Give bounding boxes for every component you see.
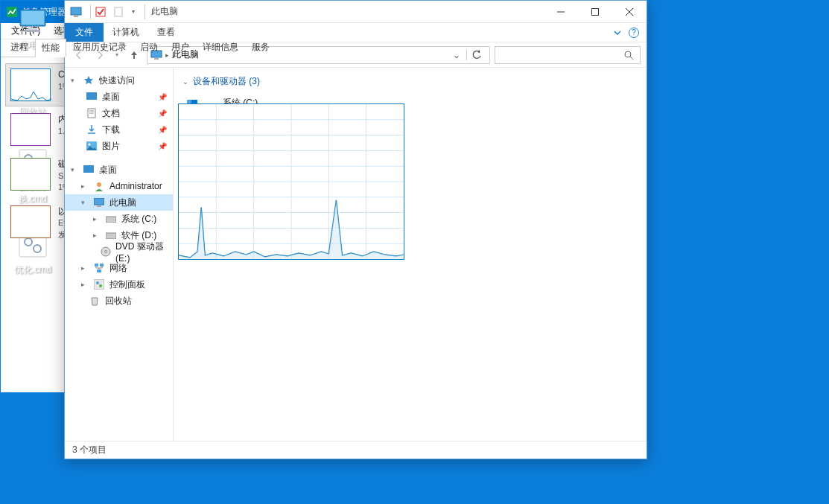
ethernet-mini-graph — [10, 205, 51, 238]
nav-desktop-root[interactable]: ▾桌面 — [65, 162, 173, 178]
svg-rect-31 — [94, 198, 104, 205]
svg-rect-20 — [154, 58, 159, 60]
svg-line-22 — [630, 57, 633, 60]
pin-icon: 📌 — [158, 142, 167, 150]
window-title: 此电脑 — [151, 5, 178, 18]
svg-point-21 — [625, 51, 631, 57]
search-box[interactable] — [495, 46, 641, 64]
dvd-icon — [101, 246, 111, 258]
close-button[interactable] — [612, 1, 647, 23]
tab-performance[interactable]: 性能 — [35, 39, 66, 57]
cpu-mini-graph — [10, 68, 51, 101]
help-icon[interactable]: ? — [629, 28, 639, 38]
user-icon — [93, 180, 105, 192]
svg-rect-32 — [97, 205, 101, 207]
nav-pictures[interactable]: 图片📌 — [65, 138, 173, 154]
svg-rect-23 — [86, 92, 97, 100]
explorer-icon — [69, 5, 83, 19]
svg-rect-1 — [22, 11, 44, 25]
maximize-button[interactable] — [578, 1, 612, 23]
desktop-icon — [86, 91, 98, 103]
svg-rect-12 — [74, 16, 78, 17]
nav-desktop[interactable]: 桌面📌 — [65, 89, 173, 105]
search-icon — [623, 50, 634, 60]
svg-rect-3 — [25, 30, 40, 32]
document-icon — [86, 107, 98, 119]
pin-icon: 📌 — [158, 93, 167, 101]
nav-drive-c[interactable]: ▸系统 (C:) — [65, 211, 173, 227]
nav-downloads[interactable]: 下载📌 — [65, 121, 173, 138]
svg-rect-33 — [106, 217, 116, 223]
svg-point-28 — [89, 144, 91, 146]
tab-processes[interactable]: 进程 — [4, 38, 35, 57]
svg-rect-38 — [100, 264, 104, 267]
refresh-button[interactable] — [466, 50, 486, 60]
svg-point-36 — [105, 251, 107, 253]
computer-icon — [18, 6, 48, 36]
pin-icon: 📌 — [158, 109, 167, 118]
minimize-button[interactable] — [544, 1, 578, 23]
svg-rect-37 — [95, 264, 98, 267]
tab-apphistory[interactable]: 应用历史记录 — [66, 38, 133, 57]
svg-rect-16 — [592, 8, 599, 15]
nav-drive-dvd[interactable]: DVD 驱动器 (E:) — [65, 243, 173, 260]
nav-user[interactable]: ▸Administrator — [65, 178, 173, 194]
tab-services[interactable]: 服务 — [245, 38, 276, 57]
desktop-icon — [83, 164, 95, 176]
svg-rect-29 — [83, 165, 94, 173]
status-bar: 3 个项目 — [65, 441, 647, 459]
tab-users[interactable]: 用户 — [165, 38, 196, 57]
svg-rect-34 — [106, 233, 116, 239]
svg-rect-11 — [71, 7, 81, 15]
nav-control-panel[interactable]: ▸控制面板 — [65, 276, 173, 293]
svg-point-41 — [96, 281, 99, 284]
tab-startup[interactable]: 启动 — [133, 38, 165, 57]
pin-icon: 📌 — [158, 126, 167, 134]
nav-quick-access[interactable]: ▾快速访问 — [65, 72, 173, 89]
nav-documents[interactable]: 文档📌 — [65, 105, 173, 121]
recycle-icon — [89, 295, 101, 307]
svg-rect-14 — [115, 7, 122, 16]
ribbon-expand[interactable]: ? — [606, 23, 647, 42]
picture-icon — [86, 140, 98, 152]
drive-icon — [105, 213, 117, 225]
file-icon[interactable] — [112, 5, 125, 19]
memory-mini-graph — [10, 113, 51, 146]
svg-rect-40 — [94, 279, 104, 290]
network-icon — [93, 262, 105, 274]
download-icon — [86, 124, 98, 135]
svg-rect-2 — [28, 28, 37, 30]
disk-mini-graph — [10, 158, 51, 191]
computer-icon — [93, 197, 105, 208]
nav-pane: ▾快速访问 桌面📌 文档📌 下载📌 图片📌 ▾桌面 ▸Administrator… — [65, 68, 174, 441]
svg-point-30 — [97, 182, 101, 187]
svg-rect-39 — [97, 269, 101, 272]
control-panel-icon — [93, 278, 105, 290]
nav-recycle[interactable]: 回收站 — [65, 293, 173, 309]
address-dropdown[interactable]: ⌄ — [450, 50, 463, 60]
cpu-graph — [178, 103, 404, 260]
explorer-titlebar[interactable]: ▾ 此电脑 — [65, 1, 647, 23]
checkbox-icon[interactable] — [94, 5, 107, 19]
star-icon — [83, 74, 95, 86]
dropdown-icon[interactable]: ▾ — [130, 5, 137, 19]
svg-point-42 — [99, 284, 102, 287]
group-header[interactable]: ⌄设备和驱动器 (3) — [181, 72, 639, 94]
tab-details[interactable]: 详细信息 — [196, 38, 245, 57]
nav-computer[interactable]: ▾此电脑 — [65, 194, 173, 211]
